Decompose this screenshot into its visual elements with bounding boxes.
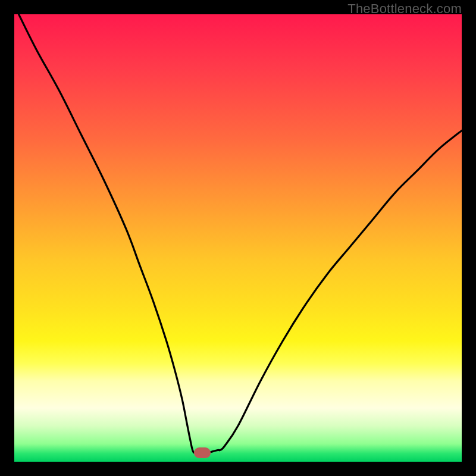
optimal-point-marker [194,447,211,458]
chart-frame: TheBottleneck.com [0,0,476,476]
plot-area [14,14,462,462]
curve-svg [14,14,462,462]
bottleneck-curve [19,14,462,453]
